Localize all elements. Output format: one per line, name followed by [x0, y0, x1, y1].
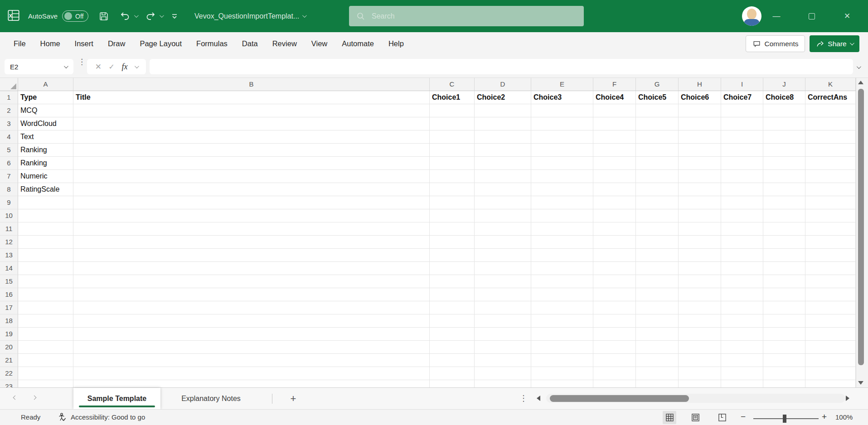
zoom-slider-thumb[interactable] — [783, 415, 786, 423]
row-header-13[interactable]: 13 — [0, 249, 18, 262]
cell-B14[interactable] — [73, 262, 430, 275]
cell-C20[interactable] — [430, 341, 475, 354]
cell-E3[interactable] — [531, 117, 593, 130]
cell-C2[interactable] — [430, 104, 475, 117]
column-header-I[interactable]: I — [721, 78, 763, 91]
cell-G6[interactable] — [636, 157, 679, 170]
cell-A9[interactable] — [18, 196, 73, 209]
cell-G2[interactable] — [636, 104, 679, 117]
close-button[interactable]: ✕ — [834, 0, 860, 32]
sheet-tab-explanatory-notes[interactable]: Explanatory Notes — [164, 388, 258, 409]
function-dropdown-icon[interactable] — [135, 64, 139, 68]
cell-E4[interactable] — [531, 130, 593, 144]
cell-B18[interactable] — [73, 314, 430, 328]
menu-item-page-layout[interactable]: Page Layout — [132, 32, 189, 55]
cell-F17[interactable] — [593, 301, 636, 314]
cell-I1[interactable]: Choice7 — [721, 91, 763, 104]
cell-A12[interactable] — [18, 236, 73, 249]
page-layout-view-button[interactable] — [689, 411, 702, 424]
cell-A11[interactable] — [18, 222, 73, 236]
cell-H10[interactable] — [679, 209, 721, 222]
cell-D22[interactable] — [475, 367, 531, 380]
cell-I19[interactable] — [721, 328, 763, 341]
cell-C16[interactable] — [430, 288, 475, 301]
cell-K8[interactable] — [805, 183, 856, 196]
cell-A16[interactable] — [18, 288, 73, 301]
cell-B9[interactable] — [73, 196, 430, 209]
cell-A4[interactable]: Text — [18, 130, 73, 144]
menu-item-insert[interactable]: Insert — [68, 32, 101, 55]
cell-C11[interactable] — [430, 222, 475, 236]
document-title-dropdown-icon[interactable] — [302, 13, 307, 18]
horizontal-scrollbar-thumb[interactable] — [550, 395, 689, 402]
column-header-A[interactable]: A — [18, 78, 73, 91]
cell-G7[interactable] — [636, 170, 679, 183]
row-header-7[interactable]: 7 — [0, 170, 18, 183]
cell-H3[interactable] — [679, 117, 721, 130]
cell-G8[interactable] — [636, 183, 679, 196]
scroll-up-icon[interactable] — [858, 81, 863, 84]
cell-C22[interactable] — [430, 367, 475, 380]
cell-J23[interactable] — [763, 380, 805, 387]
cell-A17[interactable] — [18, 301, 73, 314]
cell-K18[interactable] — [805, 314, 856, 328]
row-header-16[interactable]: 16 — [0, 288, 18, 301]
cell-E16[interactable] — [531, 288, 593, 301]
cell-I5[interactable] — [721, 144, 763, 157]
cell-A1[interactable]: Type — [18, 91, 73, 104]
sheet-tab-sample-template[interactable]: Sample Template — [73, 388, 160, 409]
cell-F11[interactable] — [593, 222, 636, 236]
cell-J22[interactable] — [763, 367, 805, 380]
cell-J13[interactable] — [763, 249, 805, 262]
row-header-10[interactable]: 10 — [0, 209, 18, 222]
cancel-formula-icon[interactable]: ✕ — [95, 62, 102, 72]
cell-D21[interactable] — [475, 354, 531, 367]
cell-H16[interactable] — [679, 288, 721, 301]
cell-D17[interactable] — [475, 301, 531, 314]
cell-A18[interactable] — [18, 314, 73, 328]
cell-A8[interactable]: RatingScale — [18, 183, 73, 196]
cell-J4[interactable] — [763, 130, 805, 144]
cell-C23[interactable] — [430, 380, 475, 387]
cell-J14[interactable] — [763, 262, 805, 275]
cell-H21[interactable] — [679, 354, 721, 367]
cell-H7[interactable] — [679, 170, 721, 183]
menu-item-formulas[interactable]: Formulas — [189, 32, 235, 55]
cell-B6[interactable] — [73, 157, 430, 170]
cell-I6[interactable] — [721, 157, 763, 170]
cell-J1[interactable]: Choice8 — [763, 91, 805, 104]
expand-formula-bar-icon[interactable] — [857, 63, 860, 71]
cell-G14[interactable] — [636, 262, 679, 275]
cell-C4[interactable] — [430, 130, 475, 144]
cell-B19[interactable] — [73, 328, 430, 341]
cell-F3[interactable] — [593, 117, 636, 130]
row-header-8[interactable]: 8 — [0, 183, 18, 196]
cell-H23[interactable] — [679, 380, 721, 387]
cell-K16[interactable] — [805, 288, 856, 301]
cell-H22[interactable] — [679, 367, 721, 380]
cell-I15[interactable] — [721, 275, 763, 288]
cell-I11[interactable] — [721, 222, 763, 236]
cell-J5[interactable] — [763, 144, 805, 157]
cell-G5[interactable] — [636, 144, 679, 157]
cell-G22[interactable] — [636, 367, 679, 380]
cell-B12[interactable] — [73, 236, 430, 249]
cell-J18[interactable] — [763, 314, 805, 328]
cell-C8[interactable] — [430, 183, 475, 196]
cell-B2[interactable] — [73, 104, 430, 117]
cell-H12[interactable] — [679, 236, 721, 249]
cell-G21[interactable] — [636, 354, 679, 367]
cell-B22[interactable] — [73, 367, 430, 380]
cell-D9[interactable] — [475, 196, 531, 209]
scroll-left-icon[interactable] — [537, 396, 540, 401]
cell-D13[interactable] — [475, 249, 531, 262]
cell-A23[interactable] — [18, 380, 73, 387]
cell-F12[interactable] — [593, 236, 636, 249]
cell-I22[interactable] — [721, 367, 763, 380]
cell-J6[interactable] — [763, 157, 805, 170]
cell-J11[interactable] — [763, 222, 805, 236]
cell-D16[interactable] — [475, 288, 531, 301]
cell-H18[interactable] — [679, 314, 721, 328]
zoom-in-icon[interactable]: + — [822, 412, 827, 422]
vertical-scrollbar[interactable] — [856, 78, 868, 387]
